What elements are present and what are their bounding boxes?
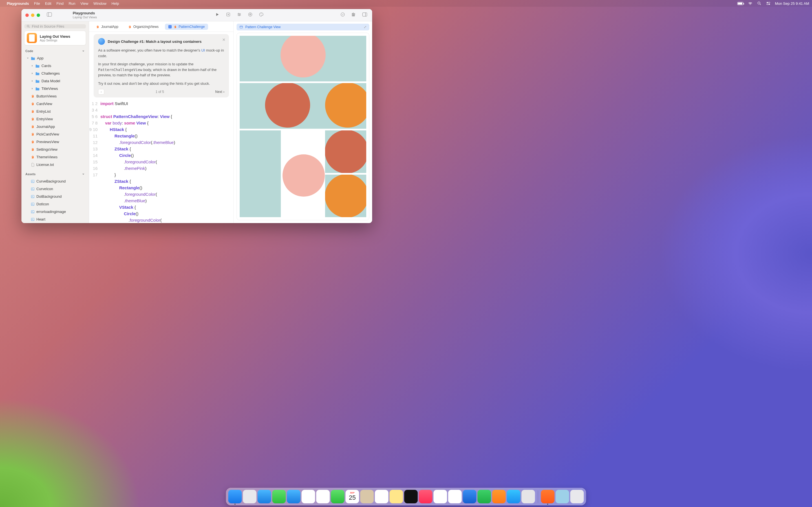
preview-shape bbox=[325, 130, 366, 173]
task-icon bbox=[98, 38, 105, 45]
star-icon[interactable] bbox=[248, 12, 253, 18]
menu-app[interactable]: Playgrounds bbox=[7, 1, 29, 6]
svg-rect-32 bbox=[31, 195, 35, 198]
tree-file-swift[interactable]: PickCardView bbox=[21, 130, 89, 138]
svg-rect-38 bbox=[31, 218, 35, 221]
preview-shape bbox=[325, 83, 366, 128]
preview-shape bbox=[265, 83, 310, 128]
code-lines[interactable]: import SwiftUI struct PatternChallengeVi… bbox=[100, 100, 234, 223]
tree-folder-cards[interactable]: Cards bbox=[21, 62, 89, 69]
preview-title: Pattern Challenge View bbox=[245, 25, 281, 29]
inspector-toggle-icon[interactable] bbox=[362, 12, 367, 18]
prev-hint-button[interactable]: ‹ bbox=[98, 89, 104, 95]
tree-file-swift[interactable]: EntryView bbox=[21, 115, 89, 123]
file-tree: App Cards Challenges Data Model TitleVie… bbox=[21, 54, 89, 171]
code-section-header[interactable]: Code bbox=[21, 48, 89, 54]
tree-file-swift[interactable]: CardView bbox=[21, 100, 89, 108]
tree-file-swift[interactable]: ThemeViews bbox=[21, 153, 89, 161]
close-task-button[interactable]: ✕ bbox=[222, 38, 225, 42]
settings-sliders-icon[interactable] bbox=[237, 12, 242, 18]
assets-section-header[interactable]: Assets bbox=[21, 171, 89, 177]
svg-rect-9 bbox=[228, 14, 229, 15]
tree-asset[interactable]: errorloadingimage bbox=[21, 208, 89, 216]
stop-button[interactable] bbox=[226, 12, 231, 18]
project-card[interactable]: Laying Out Views App Settings bbox=[24, 31, 86, 45]
minimize-window-button[interactable] bbox=[31, 13, 35, 17]
task-paragraph-1: As a software engineer, you often have t… bbox=[98, 48, 224, 59]
tree-folder-challenges[interactable]: Challenges bbox=[21, 69, 89, 77]
preview-shape bbox=[240, 83, 366, 129]
preview-shape bbox=[283, 154, 325, 196]
svg-rect-6 bbox=[47, 13, 52, 17]
tree-folder-datamodel[interactable]: Data Model bbox=[21, 77, 89, 85]
tree-file-swift[interactable]: SettingsView bbox=[21, 146, 89, 153]
svg-rect-36 bbox=[31, 210, 35, 213]
svg-point-18 bbox=[261, 13, 261, 13]
preview-canvas bbox=[237, 33, 369, 220]
palette-icon[interactable] bbox=[259, 12, 264, 18]
svg-rect-23 bbox=[354, 13, 355, 16]
sidebar: Find in Source Files Laying Out Views Ap… bbox=[21, 21, 89, 223]
svg-line-27 bbox=[29, 27, 30, 27]
tab-journalapp[interactable]: JournalApp bbox=[93, 24, 122, 30]
pager-status: 1 of 5 bbox=[156, 90, 164, 94]
expand-preview-button[interactable]: ⤢ bbox=[364, 25, 366, 29]
chevron-down-icon bbox=[82, 173, 85, 176]
tree-asset[interactable]: CurveBackground bbox=[21, 177, 89, 185]
checkmark-status-icon[interactable] bbox=[340, 12, 345, 18]
project-name: Laying Out Views bbox=[40, 34, 70, 39]
code-editor[interactable]: 1 2 3 4 5 6 7 8 9 10 11 12 13 14 15 16 1… bbox=[89, 98, 234, 223]
svg-rect-21 bbox=[352, 13, 353, 16]
tree-file-swift[interactable]: ButtonViews bbox=[21, 93, 89, 100]
svg-point-31 bbox=[32, 188, 33, 189]
tree-asset[interactable]: DotBackground bbox=[21, 193, 89, 200]
titlebar: Playgrounds Laying Out Views bbox=[21, 9, 372, 21]
svg-point-39 bbox=[32, 219, 33, 219]
preview-shape bbox=[240, 130, 281, 217]
library-icon[interactable] bbox=[351, 12, 356, 18]
next-hint-button[interactable]: Next › bbox=[215, 90, 224, 94]
tree-asset[interactable]: CurveIcon bbox=[21, 185, 89, 193]
chevron-down-icon bbox=[82, 50, 85, 53]
zoom-window-button[interactable] bbox=[37, 13, 40, 17]
svg-point-15 bbox=[239, 15, 239, 16]
tree-asset[interactable]: DotIcon bbox=[21, 200, 89, 208]
svg-rect-22 bbox=[353, 13, 354, 16]
run-button[interactable] bbox=[215, 12, 220, 18]
playgrounds-window: Playgrounds Laying Out Views Find in Sou… bbox=[21, 9, 372, 223]
svg-point-37 bbox=[32, 211, 33, 212]
svg-point-35 bbox=[32, 203, 33, 204]
search-placeholder: Find in Source Files bbox=[32, 24, 64, 29]
toggle-sidebar-button[interactable] bbox=[47, 12, 52, 18]
project-subtitle: App Settings bbox=[40, 39, 70, 42]
tree-asset[interactable]: Heart bbox=[21, 216, 89, 223]
task-card: ✕ Design Challenge #1: Match a layout us… bbox=[94, 34, 229, 98]
menu-help[interactable]: Help bbox=[111, 1, 119, 6]
tree-file-swift[interactable]: JournalApp bbox=[21, 123, 89, 130]
search-field[interactable]: Find in Source Files bbox=[24, 24, 86, 29]
preview-header[interactable]: Pattern Challenge View ⤢ bbox=[237, 24, 369, 31]
tree-file-swift[interactable]: EntryList bbox=[21, 108, 89, 115]
tree-folder-app[interactable]: App bbox=[21, 54, 89, 62]
window-title: Playgrounds bbox=[73, 11, 97, 15]
menu-find[interactable]: Find bbox=[56, 1, 63, 6]
tab-organizingviews[interactable]: OrganizingViews bbox=[124, 24, 162, 30]
tree-file-license[interactable]: License.txt bbox=[21, 161, 89, 168]
tree-folder-titleviews[interactable]: TitleViews bbox=[21, 85, 89, 93]
menu-edit[interactable]: Edit bbox=[45, 1, 51, 6]
menu-run[interactable]: Run bbox=[68, 1, 75, 6]
svg-point-29 bbox=[32, 180, 33, 181]
target-badge-icon bbox=[168, 25, 172, 29]
menu-view[interactable]: View bbox=[80, 1, 88, 6]
preview-shape bbox=[281, 36, 326, 77]
preview-shape bbox=[283, 130, 324, 217]
close-window-button[interactable] bbox=[26, 13, 29, 17]
ui-link[interactable]: UI bbox=[201, 48, 205, 52]
tab-patternchallenge[interactable]: PatternChallenge bbox=[165, 24, 208, 30]
task-title: Design Challenge #1: Match a layout usin… bbox=[108, 40, 202, 44]
tree-file-swift[interactable]: PreviewsView bbox=[21, 138, 89, 146]
menu-window[interactable]: Window bbox=[93, 1, 106, 6]
svg-point-13 bbox=[238, 13, 239, 14]
menu-file[interactable]: File bbox=[34, 1, 40, 6]
svg-point-20 bbox=[341, 13, 345, 16]
